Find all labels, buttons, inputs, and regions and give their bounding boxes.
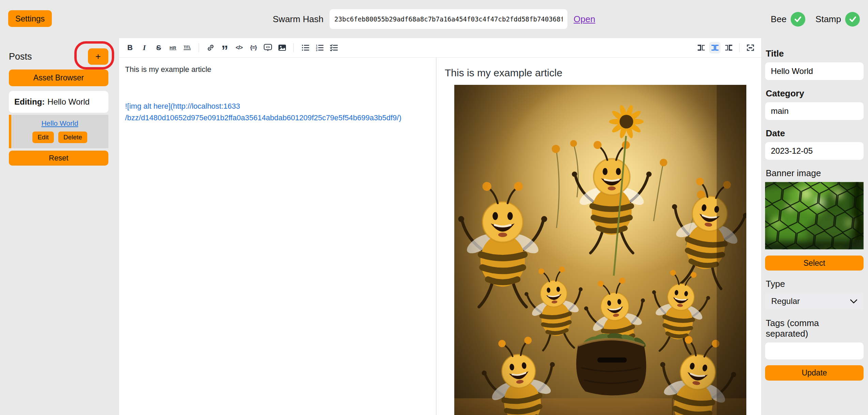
swarm-hash-label: Swarm Hash	[273, 14, 323, 25]
quote-button[interactable]: ”	[219, 42, 230, 53]
quote-icon: ”	[222, 49, 228, 52]
chevron-down-icon	[850, 299, 857, 304]
article-bee-image	[454, 85, 746, 415]
editor-image-markdown-line2: /bzz/d1480d10652d975e091b2ffa0a35614abda…	[125, 112, 430, 124]
markdown-preview: This is my example article	[437, 58, 761, 415]
swarm-hash-input[interactable]	[330, 9, 567, 29]
title-input[interactable]	[765, 62, 864, 80]
category-input[interactable]	[765, 102, 864, 120]
editor-only-view-icon	[697, 44, 706, 52]
italic-icon: I	[143, 43, 146, 52]
editor-toolbar: B I S HR TITL ” </> {=} <>	[119, 38, 761, 58]
preview-only-view-button[interactable]	[723, 42, 734, 53]
svg-text:<>: <>	[266, 45, 270, 49]
image-button[interactable]	[276, 42, 288, 53]
post-settings-sidebar: Title Category Date Banner image Select	[762, 38, 868, 415]
open-link[interactable]: Open	[574, 14, 595, 25]
date-label: Date	[766, 128, 864, 139]
preview-only-view-icon	[724, 44, 733, 52]
code-icon: </>	[235, 45, 242, 51]
delete-post-button[interactable]: Delete	[58, 132, 87, 143]
task-list-button[interactable]	[328, 42, 339, 53]
stamp-check-icon	[845, 12, 860, 27]
editing-card: Editing:Hello World	[9, 91, 108, 113]
type-label: Type	[766, 279, 864, 289]
embed-code-button[interactable]: <>	[262, 42, 273, 53]
reset-button[interactable]: Reset	[9, 151, 108, 166]
tags-input[interactable]	[765, 342, 864, 359]
date-input[interactable]	[765, 142, 864, 160]
post-list-item: Hello World Edit Delete	[9, 115, 108, 148]
link-button[interactable]	[205, 42, 216, 53]
fullscreen-icon	[746, 44, 755, 52]
code-button[interactable]: </>	[233, 42, 245, 53]
toolbar-divider	[293, 43, 294, 52]
preview-paragraph: This is my example article	[445, 67, 751, 79]
markdown-editor[interactable]: This is my example article ![img alt her…	[119, 58, 437, 415]
edit-post-button[interactable]: Edit	[32, 132, 54, 143]
update-button[interactable]: Update	[765, 365, 864, 381]
fullscreen-button[interactable]	[745, 42, 756, 53]
select-banner-button[interactable]: Select	[765, 256, 864, 271]
category-label: Category	[766, 88, 864, 99]
topbar: Settings Swarm Hash Open Bee Stamp	[0, 0, 868, 38]
strikethrough-button[interactable]: S	[153, 42, 164, 53]
editing-post-title: Hello World	[47, 97, 90, 106]
new-post-button[interactable]: +	[88, 48, 108, 65]
code-block-button[interactable]: {=}	[248, 42, 259, 53]
italic-button[interactable]: I	[139, 42, 150, 53]
heading-button[interactable]: TITL	[182, 42, 193, 53]
bold-button[interactable]: B	[124, 42, 136, 53]
toolbar-divider	[739, 43, 740, 52]
new-post-annotation-circle: +	[88, 48, 108, 65]
editor-panel: B I S HR TITL ” </> {=} <>	[119, 38, 762, 415]
horizontal-rule-icon: HR	[170, 45, 177, 50]
bold-icon: B	[127, 43, 133, 52]
editor-only-view-button[interactable]	[696, 42, 707, 53]
editing-label: Editing:	[14, 97, 45, 106]
heading-icon: TITL	[184, 45, 191, 50]
bee-status-label: Bee	[771, 14, 787, 25]
split-view-button[interactable]	[709, 42, 720, 53]
title-label: Title	[766, 48, 864, 59]
settings-button[interactable]: Settings	[8, 10, 52, 27]
svg-text:3: 3	[316, 49, 317, 52]
editor-text-line: This is my example article	[125, 65, 430, 74]
bee-check-icon	[791, 12, 805, 27]
ordered-list-icon: 1 2 3	[316, 44, 324, 52]
toolbar-divider	[199, 43, 199, 52]
ordered-list-button[interactable]: 1 2 3	[314, 42, 325, 53]
unordered-list-button[interactable]	[300, 42, 311, 53]
banner-image-label: Banner image	[766, 168, 864, 179]
post-link[interactable]: Hello World	[41, 119, 78, 127]
task-list-icon	[330, 44, 338, 52]
stamp-status-label: Stamp	[816, 14, 841, 25]
horizontal-rule-button[interactable]: HR	[167, 42, 179, 53]
editor-image-markdown-line1: ![img alt here](http://localhost:1633	[125, 101, 430, 112]
link-icon	[207, 44, 215, 52]
banner-image-thumbnail	[765, 182, 864, 249]
editor-image-markdown: ![img alt here](http://localhost:1633 /b…	[125, 101, 430, 124]
type-select[interactable]: Regular	[765, 293, 864, 310]
type-selected-value: Regular	[771, 296, 800, 306]
tags-label: Tags (comma separated)	[766, 318, 864, 339]
unordered-list-icon	[301, 44, 309, 52]
strikethrough-icon: S	[156, 44, 161, 52]
split-view-icon	[711, 44, 719, 52]
image-icon	[278, 43, 287, 52]
embed-code-icon: <>	[263, 43, 272, 52]
code-block-icon: {=}	[250, 45, 257, 51]
posts-sidebar: Posts + Asset Browser Editing:Hello Worl…	[0, 38, 119, 415]
asset-browser-button[interactable]: Asset Browser	[9, 70, 108, 86]
status-group: Bee Stamp	[771, 0, 860, 38]
posts-heading: Posts	[9, 51, 32, 62]
